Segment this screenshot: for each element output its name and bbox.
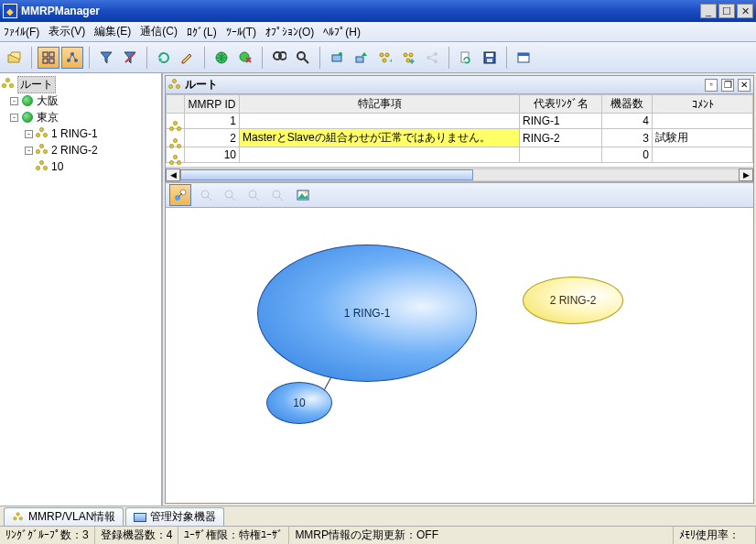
tab-mmrp-vlan[interactable]: MMRP/VLAN情報 xyxy=(4,507,124,526)
cell-id: 10 xyxy=(185,147,240,163)
cell-id: 1 xyxy=(185,114,240,129)
expander-icon[interactable]: - xyxy=(10,114,18,122)
node-label: 10 xyxy=(293,397,305,409)
tree-node-10[interactable]: 10 xyxy=(2,158,159,175)
maximize-button[interactable]: ☐ xyxy=(718,4,735,18)
tree-node-osaka[interactable]: - 大阪 xyxy=(2,92,159,109)
globe-icon xyxy=(21,94,34,107)
ring-table[interactable]: MMRP ID 特記事項 代表ﾘﾝｸﾞ名 機器数 ｺﾒﾝﾄ 1 RING-1 xyxy=(166,94,753,163)
edit-button[interactable] xyxy=(177,47,199,69)
menu-help[interactable]: ﾍﾙﾌﾟ(H) xyxy=(323,26,361,38)
device-up-button[interactable] xyxy=(350,47,372,69)
globe-button[interactable] xyxy=(211,47,232,69)
ring-icon xyxy=(12,511,25,524)
svg-line-40 xyxy=(428,58,436,61)
topology-canvas[interactable]: 1 RING-1 10 2 RING-2 xyxy=(166,208,753,503)
save-button[interactable] xyxy=(479,47,501,69)
expander-icon[interactable]: - xyxy=(25,147,33,155)
node-10[interactable]: 10 xyxy=(266,382,332,424)
menu-edit[interactable]: 編集(E) xyxy=(94,24,131,39)
filter-clear-button[interactable] xyxy=(119,47,141,69)
node-ring1[interactable]: 1 RING-1 xyxy=(257,245,477,382)
tree-label: 1 RING-1 xyxy=(51,127,98,140)
svg-line-51 xyxy=(208,197,211,201)
subwindow-title: ルート xyxy=(185,77,701,92)
cell-count: 4 xyxy=(602,114,653,129)
globe-delete-button[interactable] xyxy=(234,47,256,69)
table-row[interactable]: 10 0 xyxy=(167,147,753,163)
menu-option[interactable]: ｵﾌﾟｼｮﾝ(O) xyxy=(265,26,314,38)
scroll-thumb[interactable] xyxy=(180,169,473,180)
menu-comm[interactable]: 通信(C) xyxy=(140,24,178,39)
root-icon xyxy=(2,78,15,91)
topology-view-button[interactable] xyxy=(61,47,83,69)
open-button[interactable] xyxy=(4,47,26,69)
sub-min-button[interactable]: ▫ xyxy=(705,79,718,92)
menu-tool[interactable]: ﾂｰﾙ(T) xyxy=(226,26,256,38)
cell-comment xyxy=(653,114,753,129)
tab-label: 管理対象機器 xyxy=(150,509,216,525)
find-button[interactable] xyxy=(268,47,290,69)
tab-managed-devices[interactable]: 管理対象機器 xyxy=(125,507,224,526)
zoom-button[interactable] xyxy=(292,47,314,69)
filter-blue-button[interactable] xyxy=(95,47,117,69)
minimize-button[interactable]: _ xyxy=(700,4,717,18)
bottom-tabs: MMRP/VLAN情報 管理対象機器 xyxy=(0,506,756,526)
refresh-button[interactable] xyxy=(153,47,175,69)
menu-view[interactable]: 表示(V) xyxy=(49,24,85,39)
canvas-zoom2-button xyxy=(219,184,241,206)
scroll-left-button[interactable]: ◀ xyxy=(166,169,180,181)
menu-log[interactable]: ﾛｸﾞ(L) xyxy=(187,26,217,38)
ring-config-button[interactable] xyxy=(397,47,419,69)
th-icon[interactable] xyxy=(167,95,185,114)
th-comment[interactable]: ｺﾒﾝﾄ xyxy=(653,95,753,114)
tree-node-ring1[interactable]: - 1 RING-1 xyxy=(2,125,159,142)
expander-icon[interactable]: - xyxy=(25,130,33,138)
table-row[interactable]: 1 RING-1 4 xyxy=(167,114,753,129)
svg-point-50 xyxy=(201,190,209,198)
svg-point-30 xyxy=(383,59,386,62)
status-bar: ﾘﾝｸﾞｸﾞﾙｰﾌﾟ数：3 登録機器数：4 ﾕｰｻﾞ権限：特権ﾕｰｻﾞ MMRP… xyxy=(0,526,756,544)
close-button[interactable]: ✕ xyxy=(737,4,753,18)
right-pane: ルート ▫ ❐ ✕ MMRP ID 特記事項 代表ﾘﾝｸﾞ xyxy=(163,73,756,506)
cell-ring xyxy=(520,147,602,163)
canvas-image-button[interactable] xyxy=(292,184,314,206)
canvas-zoom4-button xyxy=(266,184,288,206)
svg-rect-46 xyxy=(518,53,529,56)
tree-label: 大阪 xyxy=(37,93,59,109)
node-ring2[interactable]: 2 RING-2 xyxy=(523,277,623,324)
svg-rect-2 xyxy=(43,52,48,57)
svg-line-39 xyxy=(428,54,436,58)
window-button[interactable] xyxy=(513,47,535,69)
scroll-track[interactable] xyxy=(180,169,739,181)
canvas-zoom3-button xyxy=(243,184,265,206)
svg-rect-5 xyxy=(49,59,54,63)
svg-rect-4 xyxy=(43,59,48,63)
sheet-refresh-button[interactable] xyxy=(455,47,477,69)
sub-max-button[interactable]: ❐ xyxy=(721,79,734,92)
h-scrollbar[interactable]: ◀ ▶ xyxy=(166,168,753,182)
tree-root-label: ルート xyxy=(17,76,56,93)
menu-bar: ﾌｧｲﾙ(F) 表示(V) 編集(E) 通信(C) ﾛｸﾞ(L) ﾂｰﾙ(T) … xyxy=(0,22,756,42)
scroll-right-button[interactable]: ▶ xyxy=(739,169,753,181)
grid-view-button[interactable] xyxy=(38,47,59,69)
th-ringname[interactable]: 代表ﾘﾝｸﾞ名 xyxy=(520,95,602,114)
menu-file[interactable]: ﾌｧｲﾙ(F) xyxy=(4,26,39,38)
tree-root[interactable]: ルート xyxy=(2,76,159,92)
cell-ring: RING-1 xyxy=(520,114,602,129)
cell-note xyxy=(240,147,520,163)
canvas-link-button[interactable] xyxy=(169,184,191,206)
svg-point-54 xyxy=(249,190,256,198)
th-mmrpid[interactable]: MMRP ID xyxy=(185,95,240,114)
th-note[interactable]: 特記事項 xyxy=(240,95,520,114)
expander-icon[interactable]: - xyxy=(10,97,18,105)
table-row[interactable]: 2 MasterとSlaveの組合わせが正常ではありません。 RING-2 3 … xyxy=(167,129,753,147)
tree-pane[interactable]: ルート - 大阪 - 東京 - 1 RING-1 - 2 RING-2 xyxy=(0,73,163,506)
ring-add-button[interactable]: + xyxy=(373,47,395,69)
tree-node-tokyo[interactable]: - 東京 xyxy=(2,109,159,125)
tree-node-ring2[interactable]: - 2 RING-2 xyxy=(2,142,159,158)
svg-point-33 xyxy=(409,53,413,57)
device-button[interactable] xyxy=(326,47,348,69)
sub-close-button[interactable]: ✕ xyxy=(738,79,751,92)
th-devcount[interactable]: 機器数 xyxy=(602,95,653,114)
